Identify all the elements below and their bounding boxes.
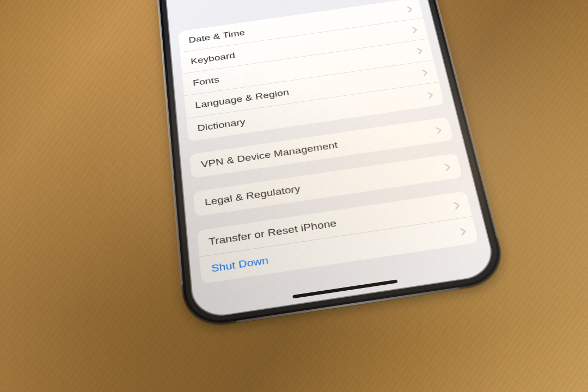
chevron-right-icon (416, 47, 423, 54)
photo-stage: Date & Time Keyboard Fonts (0, 0, 588, 392)
settings-group: Legal & Regulatory (193, 153, 463, 216)
settings-row-language-region[interactable]: Language & Region (184, 60, 439, 118)
settings-general-list: Date & Time Keyboard Fonts (155, 0, 489, 285)
phone-screen: Date & Time Keyboard Fonts (155, 0, 498, 320)
row-label: Shut Down (211, 254, 269, 274)
settings-row-legal-regulatory[interactable]: Legal & Regulatory (193, 153, 463, 216)
chevron-right-icon (407, 5, 413, 12)
settings-group: Transfer or Reset iPhone Shut Down (197, 191, 479, 284)
screen-gloss (155, 0, 498, 320)
settings-row-fonts[interactable]: Fonts (182, 38, 433, 95)
row-label: Dictionary (197, 117, 246, 133)
row-label: VPN & Device Management (200, 140, 338, 170)
chevron-right-icon (444, 163, 451, 171)
row-label: Transfer or Reset iPhone (208, 218, 337, 248)
home-indicator[interactable] (292, 279, 397, 298)
settings-group: Date & Time Keyboard Fonts (178, 0, 444, 142)
settings-row-transfer-reset[interactable]: Transfer or Reset iPhone (197, 191, 472, 257)
settings-row-vpn-device-management[interactable]: VPN & Device Management (189, 117, 454, 179)
chevron-right-icon (460, 227, 467, 236)
iphone-device: Date & Time Keyboard Fonts (148, 0, 509, 329)
chevron-right-icon (427, 91, 434, 99)
phone-chassis (148, 0, 509, 329)
chevron-right-icon (412, 26, 418, 33)
phone-shadow (162, 113, 568, 337)
settings-row-shut-down[interactable]: Shut Down (199, 216, 479, 284)
settings-row-keyboard[interactable]: Keyboard (180, 17, 428, 74)
settings-row-dictionary[interactable]: Dictionary (186, 82, 445, 142)
row-label: Fonts (192, 75, 219, 88)
row-label: Legal & Regulatory (204, 183, 301, 208)
settings-row-date-time[interactable]: Date & Time (178, 0, 423, 52)
phone-rail (236, 287, 460, 323)
chevron-right-icon (454, 201, 461, 209)
chevron-right-icon (422, 69, 428, 76)
phone-rail (149, 0, 183, 285)
row-label: Keyboard (191, 51, 236, 66)
row-label: Language & Region (195, 87, 290, 111)
settings-group: VPN & Device Management (189, 117, 454, 179)
chevron-right-icon (436, 126, 442, 134)
phone-rail (401, 0, 499, 238)
row-label: Date & Time (188, 28, 246, 45)
